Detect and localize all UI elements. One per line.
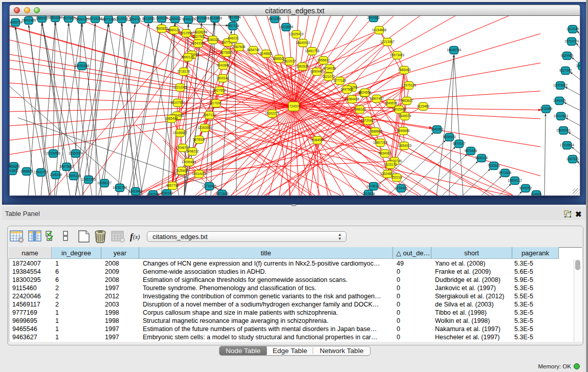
svg-text:10719155: 10719155 <box>88 17 103 20</box>
svg-text:16782759: 16782759 <box>113 186 127 189</box>
svg-text:1244415: 1244415 <box>553 99 566 102</box>
svg-text:8427552: 8427552 <box>213 89 226 92</box>
svg-text:3824554: 3824554 <box>359 91 372 94</box>
svg-text:9834067: 9834067 <box>379 151 391 155</box>
svg-text:8186323: 8186323 <box>207 38 220 41</box>
svg-text:1312045: 1312045 <box>567 27 579 31</box>
svg-text:9146821: 9146821 <box>260 52 273 55</box>
svg-text:8660124: 8660124 <box>168 28 181 32</box>
svg-text:3675685: 3675685 <box>220 51 233 54</box>
svg-text:7986322: 7986322 <box>354 107 366 111</box>
svg-text:1621072: 1621072 <box>322 75 335 78</box>
svg-text:9245013: 9245013 <box>182 17 195 21</box>
svg-text:18640910: 18640910 <box>296 41 311 45</box>
svg-text:12353924: 12353924 <box>69 151 83 155</box>
svg-text:17957255: 17957255 <box>81 178 96 181</box>
svg-text:20206556: 20206556 <box>46 151 61 155</box>
svg-text:7632621: 7632621 <box>488 164 500 167</box>
svg-text:6497568: 6497568 <box>341 87 354 91</box>
svg-text:8471626: 8471626 <box>499 171 512 174</box>
svg-text:817006: 817006 <box>210 101 222 105</box>
svg-text:10671355: 10671355 <box>101 17 116 21</box>
svg-text:1092346: 1092346 <box>147 192 160 195</box>
svg-text:17016504: 17016504 <box>560 143 575 147</box>
svg-text:9777169: 9777169 <box>334 79 346 82</box>
svg-text:10025438: 10025438 <box>392 107 407 111</box>
svg-text:1733426: 1733426 <box>395 186 408 190</box>
svg-text:3912954: 3912954 <box>180 31 193 35</box>
svg-text:1092347: 1092347 <box>161 191 173 195</box>
svg-text:12213967: 12213967 <box>380 40 395 43</box>
svg-text:15302275: 15302275 <box>265 112 280 115</box>
svg-text:2718176: 2718176 <box>178 70 190 73</box>
svg-text:14099489: 14099489 <box>182 160 197 164</box>
svg-text:3267130: 3267130 <box>203 113 216 117</box>
svg-text:15692951: 15692951 <box>556 128 571 132</box>
svg-text:9890123: 9890123 <box>182 55 194 59</box>
svg-text:9242848: 9242848 <box>217 63 230 67</box>
svg-text:1065432: 1065432 <box>169 17 182 20</box>
svg-text:1064877: 1064877 <box>576 64 580 68</box>
svg-text:9474444: 9474444 <box>465 149 477 152</box>
svg-text:20691406: 20691406 <box>21 18 36 22</box>
svg-text:2935114: 2935114 <box>475 156 488 160</box>
svg-text:10210643: 10210643 <box>554 114 569 118</box>
svg-text:12093822: 12093822 <box>553 83 568 87</box>
svg-text:8813054: 8813054 <box>269 17 281 20</box>
svg-text:7485063: 7485063 <box>398 68 411 72</box>
svg-text:13325419: 13325419 <box>289 32 304 36</box>
svg-text:8938923: 8938923 <box>443 135 456 139</box>
svg-text:1568829: 1568829 <box>20 169 33 173</box>
svg-text:12975125: 12975125 <box>402 83 417 87</box>
svg-text:16543362: 16543362 <box>191 41 206 45</box>
svg-text:9463627: 9463627 <box>401 99 413 102</box>
svg-text:10973493: 10973493 <box>390 53 405 57</box>
svg-text:1371648: 1371648 <box>216 192 229 195</box>
svg-text:8990448: 8990448 <box>311 70 323 73</box>
svg-text:18107553: 18107553 <box>170 101 185 104</box>
svg-text:1362615: 1362615 <box>296 64 309 68</box>
svg-text:2047682: 2047682 <box>367 16 380 19</box>
svg-text:6466160: 6466160 <box>76 17 89 21</box>
svg-text:1145194: 1145194 <box>50 173 62 177</box>
svg-text:16033809: 16033809 <box>194 16 209 20</box>
svg-text:16648784: 16648784 <box>447 48 462 52</box>
svg-text:8813055: 8813055 <box>142 17 155 20</box>
svg-text:16961758: 16961758 <box>305 49 320 53</box>
svg-text:10688609: 10688609 <box>368 129 383 133</box>
svg-text:7955812: 7955812 <box>317 58 330 62</box>
svg-text:(x): (x) <box>133 233 140 240</box>
svg-text:2367608: 2367608 <box>233 45 246 49</box>
svg-text:3498222: 3498222 <box>186 149 199 153</box>
svg-text:9054791: 9054791 <box>129 17 142 21</box>
svg-text:14136141: 14136141 <box>366 184 381 188</box>
svg-text:7515526: 7515526 <box>116 17 128 20</box>
svg-text:13654923: 13654923 <box>397 144 412 147</box>
svg-text:1215958: 1215958 <box>540 107 553 111</box>
svg-text:19384554: 19384554 <box>310 138 325 142</box>
svg-text:3915811: 3915811 <box>9 169 19 172</box>
svg-text:10807487: 10807487 <box>369 97 384 100</box>
svg-text:546231: 546231 <box>228 36 239 40</box>
svg-text:7625402: 7625402 <box>176 169 188 172</box>
svg-text:20364436: 20364436 <box>345 97 360 101</box>
svg-text:13716485: 13716485 <box>202 184 217 188</box>
svg-text:6879197: 6879197 <box>453 142 466 145</box>
svg-text:6734028: 6734028 <box>323 67 336 70</box>
svg-text:1527602: 1527602 <box>62 16 75 20</box>
svg-text:10853287: 10853287 <box>48 16 63 19</box>
svg-text:10154808: 10154808 <box>372 28 387 32</box>
svg-text:12213369: 12213369 <box>173 85 188 89</box>
svg-text:7803144: 7803144 <box>216 76 229 80</box>
svg-text:9115460: 9115460 <box>417 104 430 108</box>
svg-text:8813054: 8813054 <box>228 16 241 19</box>
svg-text:1965498: 1965498 <box>165 117 178 120</box>
svg-text:9329965: 9329965 <box>561 54 574 57</box>
svg-text:13720407: 13720407 <box>361 119 376 122</box>
svg-text:252214: 252214 <box>391 176 402 179</box>
svg-text:16033809: 16033809 <box>208 16 223 20</box>
svg-text:1724007: 1724007 <box>288 104 300 108</box>
svg-text:15751074: 15751074 <box>564 39 579 43</box>
svg-text:9327503: 9327503 <box>193 35 206 38</box>
svg-text:9699695: 9699695 <box>397 129 410 133</box>
